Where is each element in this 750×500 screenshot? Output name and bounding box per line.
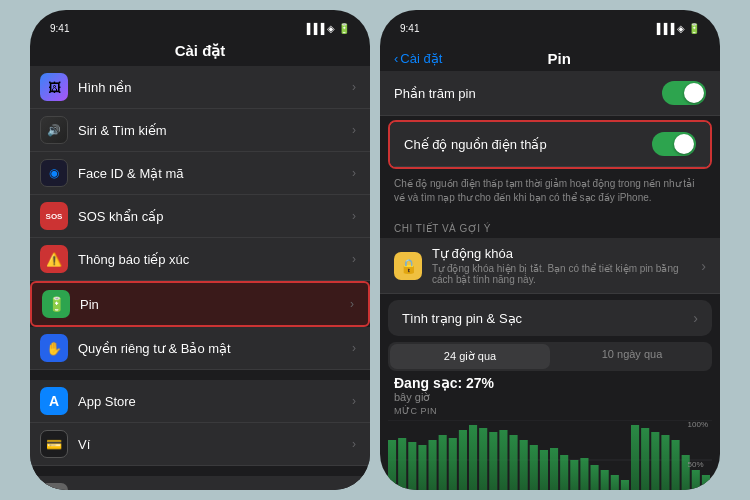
svg-rect-6 <box>418 445 426 490</box>
battery-icon: 🔋 <box>42 290 70 318</box>
svg-rect-14 <box>499 430 507 490</box>
settings-item-faceid[interactable]: ◉ Face ID & Mật mã › <box>30 152 370 195</box>
status-charge-card[interactable]: Tình trạng pin & Sạc › <box>388 300 712 336</box>
wallet-label: Ví <box>78 437 352 452</box>
settings-item-sos[interactable]: SOS SOS khẩn cấp › <box>30 195 370 238</box>
svg-rect-15 <box>510 435 518 490</box>
chevron-icon: › <box>350 297 354 311</box>
svg-rect-16 <box>520 440 528 490</box>
chevron-icon: › <box>352 394 356 408</box>
auto-lock-chevron: › <box>701 258 706 274</box>
auto-lock-text: Tự động khóa Tự động khóa hiện bị tắt. B… <box>432 246 695 285</box>
left-phone: 9:41 ▐▐▐ ◈ 🔋 Cài đặt 🖼 Hình nền › 🔊 S <box>30 10 370 490</box>
password-label: Mật khẩu <box>78 490 352 491</box>
charging-sub: bây giờ <box>394 391 706 404</box>
back-button[interactable]: ‹ Cài đặt <box>394 51 442 66</box>
battery-percent-row[interactable]: Phần trăm pin <box>380 71 720 116</box>
svg-rect-7 <box>429 440 437 490</box>
svg-rect-18 <box>540 450 548 490</box>
privacy-label: Quyền riêng tư & Bảo mật <box>78 341 352 356</box>
svg-rect-34 <box>702 475 710 490</box>
time-left: 9:41 <box>50 23 69 34</box>
settings-item-privacy[interactable]: ✋ Quyền riêng tư & Bảo mật › <box>30 327 370 370</box>
back-chevron-icon: ‹ <box>394 51 398 66</box>
svg-rect-26 <box>621 480 629 490</box>
svg-rect-29 <box>651 432 659 490</box>
settings-item-exposure[interactable]: ⚠️ Thông báo tiếp xúc › <box>30 238 370 281</box>
settings-item-password[interactable]: 🔑 Mật khẩu › <box>30 476 370 490</box>
tabs-row: 24 giờ qua 10 ngày qua <box>388 342 712 371</box>
chart-area: 100% 50% <box>388 420 712 490</box>
sos-label: SOS khẩn cấp <box>78 209 352 224</box>
battery-label: Pin <box>80 297 350 312</box>
svg-rect-13 <box>489 432 497 490</box>
toggle-knob <box>684 83 704 103</box>
low-power-desc: Chế độ nguồn điện thấp tạm thời giảm hoạ… <box>380 173 720 213</box>
low-power-highlighted-container: Chế độ nguồn điện thấp <box>388 120 712 169</box>
detail-section-header: CHI TIẾT VÀ GỢI Ý <box>380 213 720 238</box>
privacy-icon: ✋ <box>40 334 68 362</box>
svg-rect-11 <box>469 425 477 490</box>
svg-rect-21 <box>570 460 578 490</box>
settings-list: 🖼 Hình nền › 🔊 Siri & Tìm kiếm › ◉ <box>30 66 370 490</box>
chevron-icon: › <box>352 166 356 180</box>
svg-rect-9 <box>449 438 457 490</box>
appstore-icon: A <box>40 387 68 415</box>
faceid-label: Face ID & Mật mã <box>78 166 352 181</box>
svg-rect-30 <box>661 435 669 490</box>
chevron-icon: › <box>352 123 356 137</box>
siri-label: Siri & Tìm kiếm <box>78 123 352 138</box>
svg-rect-17 <box>530 445 538 490</box>
auto-lock-title: Tự động khóa <box>432 246 695 261</box>
svg-rect-33 <box>692 470 700 490</box>
tab-10d[interactable]: 10 ngày qua <box>552 342 712 371</box>
exposure-label: Thông báo tiếp xúc <box>78 252 352 267</box>
svg-rect-22 <box>580 458 588 490</box>
charging-title: Đang sạc: 27% <box>394 375 706 391</box>
svg-rect-25 <box>611 475 619 490</box>
auto-lock-row[interactable]: 🔒 Tự động khóa Tự động khóa hiện bị tắt.… <box>380 238 720 294</box>
svg-rect-4 <box>398 438 406 490</box>
svg-rect-3 <box>388 440 396 490</box>
status-card-chevron: › <box>693 310 698 326</box>
settings-item-wallet[interactable]: 💳 Ví › <box>30 423 370 466</box>
group-gap-2 <box>30 468 370 476</box>
chevron-icon: › <box>352 209 356 223</box>
battery-chart-svg <box>388 420 712 490</box>
settings-item-wallpaper[interactable]: 🖼 Hình nền › <box>30 66 370 109</box>
siri-icon: 🔊 <box>40 116 68 144</box>
svg-rect-8 <box>439 435 447 490</box>
title-left: Cài đặt <box>30 40 370 66</box>
auto-lock-sub: Tự động khóa hiện bị tắt. Bạn có thể tiế… <box>432 263 695 285</box>
battery-percent-toggle[interactable] <box>662 81 706 105</box>
svg-rect-10 <box>459 430 467 490</box>
settings-item-appstore[interactable]: A App Store › <box>30 380 370 423</box>
settings-group-3: 🔑 Mật khẩu › ✉ Mail › 👥 Danh bạ <box>30 476 370 490</box>
svg-rect-32 <box>682 455 690 490</box>
sos-icon: SOS <box>40 202 68 230</box>
wallpaper-label: Hình nền <box>78 80 352 95</box>
chevron-icon: › <box>352 341 356 355</box>
low-power-toggle[interactable] <box>652 132 696 156</box>
wallet-icon: 💳 <box>40 430 68 458</box>
right-content: Phần trăm pin Chế độ nguồn điện thấp Chế… <box>380 71 720 490</box>
status-card-label: Tình trạng pin & Sạc <box>402 311 522 326</box>
svg-rect-20 <box>560 455 568 490</box>
right-phone: 9:41 ▐▐▐ ◈ 🔋 ‹ Cài đặt Pin Phần trăm pin… <box>380 10 720 490</box>
low-power-row[interactable]: Chế độ nguồn điện thấp <box>390 122 710 167</box>
signal-right: ▐▐▐ ◈ 🔋 <box>653 23 700 34</box>
svg-rect-19 <box>550 448 558 490</box>
settings-group-1: 🖼 Hình nền › 🔊 Siri & Tìm kiếm › ◉ <box>30 66 370 370</box>
chevron-icon: › <box>352 252 356 266</box>
status-bar-left: 9:41 ▐▐▐ ◈ 🔋 <box>30 10 370 40</box>
settings-item-siri[interactable]: 🔊 Siri & Tìm kiếm › <box>30 109 370 152</box>
charging-info: Đang sạc: 27% bây giờ <box>380 371 720 404</box>
settings-group-2: A App Store › 💳 Ví › <box>30 380 370 466</box>
svg-rect-5 <box>408 442 416 490</box>
toggle-knob-2 <box>674 134 694 154</box>
tab-24h[interactable]: 24 giờ qua <box>390 344 550 369</box>
time-right: 9:41 <box>400 23 419 34</box>
faceid-icon: ◉ <box>40 159 68 187</box>
password-icon: 🔑 <box>40 483 68 490</box>
settings-item-battery[interactable]: 🔋 Pin › <box>30 281 370 327</box>
